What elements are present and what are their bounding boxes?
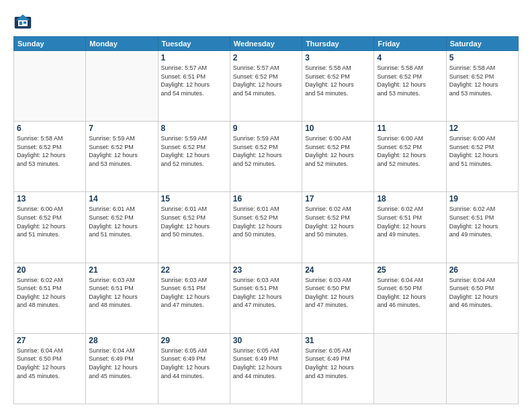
calendar-cell: 4Sunrise: 5:58 AM Sunset: 6:52 PM Daylig… <box>374 51 446 122</box>
week-row-5: 27Sunrise: 6:04 AM Sunset: 6:50 PM Dayli… <box>14 333 519 404</box>
calendar-cell: 15Sunrise: 6:01 AM Sunset: 6:52 PM Dayli… <box>158 192 230 263</box>
calendar-cell: 24Sunrise: 6:03 AM Sunset: 6:50 PM Dayli… <box>302 263 374 333</box>
calendar-cell <box>14 51 86 122</box>
day-info: Sunrise: 6:01 AM Sunset: 6:52 PM Dayligh… <box>233 205 299 238</box>
calendar-cell: 31Sunrise: 6:05 AM Sunset: 6:49 PM Dayli… <box>302 333 374 404</box>
day-info: Sunrise: 5:59 AM Sunset: 6:52 PM Dayligh… <box>161 134 227 168</box>
calendar-cell: 8Sunrise: 5:59 AM Sunset: 6:52 PM Daylig… <box>158 122 230 192</box>
day-number: 12 <box>449 124 515 133</box>
day-info: Sunrise: 6:00 AM Sunset: 6:52 PM Dayligh… <box>377 134 443 168</box>
day-info: Sunrise: 6:02 AM Sunset: 6:51 PM Dayligh… <box>17 276 83 310</box>
day-number: 21 <box>89 265 154 275</box>
weekday-header-friday: Friday <box>374 37 446 51</box>
day-info: Sunrise: 6:01 AM Sunset: 6:52 PM Dayligh… <box>161 205 227 238</box>
day-info: Sunrise: 5:58 AM Sunset: 6:52 PM Dayligh… <box>17 134 83 168</box>
day-number: 22 <box>161 265 227 275</box>
calendar-cell: 11Sunrise: 6:00 AM Sunset: 6:52 PM Dayli… <box>374 122 446 192</box>
calendar-cell: 2Sunrise: 5:57 AM Sunset: 6:52 PM Daylig… <box>230 51 302 122</box>
day-number: 10 <box>305 124 371 133</box>
week-row-1: 1Sunrise: 5:57 AM Sunset: 6:51 PM Daylig… <box>14 51 519 122</box>
calendar-cell: 25Sunrise: 6:04 AM Sunset: 6:50 PM Dayli… <box>374 263 446 333</box>
day-info: Sunrise: 6:04 AM Sunset: 6:49 PM Dayligh… <box>89 347 154 380</box>
day-info: Sunrise: 6:05 AM Sunset: 6:49 PM Dayligh… <box>233 347 299 380</box>
calendar-cell: 9Sunrise: 5:59 AM Sunset: 6:52 PM Daylig… <box>230 122 302 192</box>
day-number: 5 <box>449 53 515 62</box>
calendar-cell: 3Sunrise: 5:58 AM Sunset: 6:52 PM Daylig… <box>302 51 374 122</box>
day-info: Sunrise: 6:04 AM Sunset: 6:50 PM Dayligh… <box>377 276 443 310</box>
day-number: 11 <box>377 124 443 133</box>
day-number: 18 <box>377 194 443 203</box>
day-number: 16 <box>233 194 299 203</box>
day-info: Sunrise: 5:59 AM Sunset: 6:52 PM Dayligh… <box>233 134 299 168</box>
day-info: Sunrise: 6:00 AM Sunset: 6:52 PM Dayligh… <box>17 205 83 238</box>
calendar-cell: 10Sunrise: 6:00 AM Sunset: 6:52 PM Dayli… <box>302 122 374 192</box>
day-number: 2 <box>233 53 299 62</box>
day-number: 3 <box>305 53 371 62</box>
calendar-cell: 20Sunrise: 6:02 AM Sunset: 6:51 PM Dayli… <box>14 263 86 333</box>
calendar-cell: 18Sunrise: 6:02 AM Sunset: 6:51 PM Dayli… <box>374 192 446 263</box>
page: SundayMondayTuesdayWednesdayThursdayFrid… <box>0 0 532 411</box>
calendar-cell: 26Sunrise: 6:04 AM Sunset: 6:50 PM Dayli… <box>446 263 518 333</box>
weekday-header-wednesday: Wednesday <box>230 37 302 51</box>
day-number: 28 <box>89 336 154 345</box>
day-number: 1 <box>161 53 227 62</box>
day-info: Sunrise: 6:02 AM Sunset: 6:51 PM Dayligh… <box>377 205 443 238</box>
day-info: Sunrise: 6:01 AM Sunset: 6:52 PM Dayligh… <box>89 205 154 238</box>
day-info: Sunrise: 6:03 AM Sunset: 6:50 PM Dayligh… <box>305 276 371 310</box>
calendar-cell <box>374 333 446 404</box>
calendar-cell: 12Sunrise: 6:00 AM Sunset: 6:52 PM Dayli… <box>446 122 518 192</box>
calendar-header-row: SundayMondayTuesdayWednesdayThursdayFrid… <box>14 37 519 51</box>
day-info: Sunrise: 5:58 AM Sunset: 6:52 PM Dayligh… <box>377 64 443 97</box>
day-info: Sunrise: 6:04 AM Sunset: 6:50 PM Dayligh… <box>449 276 515 310</box>
day-info: Sunrise: 6:03 AM Sunset: 6:51 PM Dayligh… <box>161 276 227 310</box>
day-number: 29 <box>161 336 227 345</box>
calendar-cell: 7Sunrise: 5:59 AM Sunset: 6:52 PM Daylig… <box>86 122 158 192</box>
day-info: Sunrise: 5:57 AM Sunset: 6:52 PM Dayligh… <box>233 64 299 97</box>
calendar-cell: 21Sunrise: 6:03 AM Sunset: 6:51 PM Dayli… <box>86 263 158 333</box>
day-info: Sunrise: 6:03 AM Sunset: 6:51 PM Dayligh… <box>233 276 299 310</box>
calendar-cell: 27Sunrise: 6:04 AM Sunset: 6:50 PM Dayli… <box>14 333 86 404</box>
day-number: 9 <box>233 124 299 133</box>
day-info: Sunrise: 6:05 AM Sunset: 6:49 PM Dayligh… <box>305 347 371 380</box>
day-info: Sunrise: 6:05 AM Sunset: 6:49 PM Dayligh… <box>161 347 227 380</box>
weekday-header-thursday: Thursday <box>302 37 374 51</box>
calendar-cell <box>86 51 158 122</box>
logo-icon <box>13 12 32 31</box>
day-number: 24 <box>305 265 371 275</box>
logo <box>13 12 35 31</box>
calendar-cell: 23Sunrise: 6:03 AM Sunset: 6:51 PM Dayli… <box>230 263 302 333</box>
week-row-2: 6Sunrise: 5:58 AM Sunset: 6:52 PM Daylig… <box>14 122 519 192</box>
day-number: 20 <box>17 265 83 275</box>
calendar-cell: 29Sunrise: 6:05 AM Sunset: 6:49 PM Dayli… <box>158 333 230 404</box>
header <box>13 12 519 31</box>
day-info: Sunrise: 5:59 AM Sunset: 6:52 PM Dayligh… <box>89 134 154 168</box>
day-number: 30 <box>233 336 299 345</box>
calendar-cell: 19Sunrise: 6:02 AM Sunset: 6:51 PM Dayli… <box>446 192 518 263</box>
day-number: 8 <box>161 124 227 133</box>
calendar-cell <box>446 333 518 404</box>
day-number: 4 <box>377 53 443 62</box>
calendar-cell: 16Sunrise: 6:01 AM Sunset: 6:52 PM Dayli… <box>230 192 302 263</box>
day-number: 31 <box>305 336 371 345</box>
day-info: Sunrise: 5:58 AM Sunset: 6:52 PM Dayligh… <box>449 64 515 97</box>
calendar-cell: 13Sunrise: 6:00 AM Sunset: 6:52 PM Dayli… <box>14 192 86 263</box>
day-number: 6 <box>17 124 83 133</box>
day-info: Sunrise: 5:58 AM Sunset: 6:52 PM Dayligh… <box>305 64 371 97</box>
day-number: 27 <box>17 336 83 345</box>
day-number: 7 <box>89 124 154 133</box>
calendar-cell: 5Sunrise: 5:58 AM Sunset: 6:52 PM Daylig… <box>446 51 518 122</box>
day-number: 15 <box>161 194 227 203</box>
week-row-3: 13Sunrise: 6:00 AM Sunset: 6:52 PM Dayli… <box>14 192 519 263</box>
day-info: Sunrise: 6:02 AM Sunset: 6:51 PM Dayligh… <box>449 205 515 238</box>
day-info: Sunrise: 6:02 AM Sunset: 6:52 PM Dayligh… <box>305 205 371 238</box>
day-number: 14 <box>89 194 154 203</box>
weekday-header-monday: Monday <box>86 37 158 51</box>
calendar-cell: 22Sunrise: 6:03 AM Sunset: 6:51 PM Dayli… <box>158 263 230 333</box>
day-number: 17 <box>305 194 371 203</box>
calendar-cell: 14Sunrise: 6:01 AM Sunset: 6:52 PM Dayli… <box>86 192 158 263</box>
day-info: Sunrise: 6:04 AM Sunset: 6:50 PM Dayligh… <box>17 347 83 380</box>
calendar-cell: 1Sunrise: 5:57 AM Sunset: 6:51 PM Daylig… <box>158 51 230 122</box>
weekday-header-sunday: Sunday <box>14 37 86 51</box>
svg-rect-3 <box>19 21 22 25</box>
day-info: Sunrise: 5:57 AM Sunset: 6:51 PM Dayligh… <box>161 64 227 97</box>
